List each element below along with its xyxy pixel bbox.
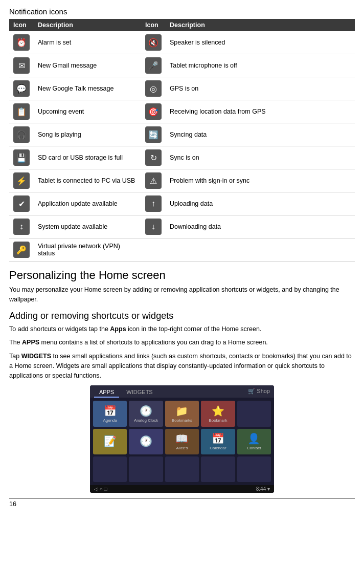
- personalizing-heading: Personalizing the Home screen: [9, 269, 355, 282]
- screenshot-container: APPS WIDGETS 🛒 Shop 📅Agenda🕐Analog Clock…: [9, 385, 355, 493]
- icon1-cell: 🎧: [9, 123, 34, 146]
- app-tile: [93, 456, 127, 482]
- screenshot-body: 📅Agenda🕐Analog Clock📁Bookmarks⭐Bookmark📝…: [90, 398, 274, 485]
- desc1-cell: System update available: [34, 215, 141, 238]
- icon2-cell: ↻: [141, 146, 166, 169]
- icon2-cell: ⚠: [141, 169, 166, 192]
- desc1-cell: New Google Talk message: [34, 77, 141, 100]
- table-row: 🎧Song is playing🔄Syncing data: [9, 123, 355, 146]
- desc2-cell: Sync is on: [166, 146, 355, 169]
- icon2-cell: 🎤: [141, 54, 166, 77]
- page-number: 16: [9, 498, 355, 508]
- table-row: 📋Upcoming event🎯Receiving location data …: [9, 100, 355, 123]
- icon1-cell: ⏰: [9, 31, 34, 54]
- section-heading: Notification icons: [9, 7, 355, 16]
- footer-nav: ◁ ○ □: [94, 486, 107, 492]
- para3: Tap WIDGETS to see small applications an…: [9, 352, 355, 380]
- icon2-cell: 🔇: [141, 31, 166, 54]
- para2: The APPS menu contains a list of shortcu…: [9, 338, 355, 347]
- table-row: 💬New Google Talk message◎GPS is on: [9, 77, 355, 100]
- apps-bold: Apps: [110, 325, 126, 333]
- screenshot-tabs: APPS WIDGETS 🛒 Shop: [90, 385, 274, 398]
- icon1-cell: ✉: [9, 54, 34, 77]
- desc2-cell: Speaker is silenced: [166, 31, 355, 54]
- app-tile: 👤Contact: [237, 429, 271, 454]
- icon2-cell: 🎯: [141, 100, 166, 123]
- icon1-cell: ⚡: [9, 169, 34, 192]
- app-tile: 📖Alice's: [165, 429, 199, 454]
- table-row: ✔Application update available↑Uploading …: [9, 192, 355, 215]
- table-row: ⚡Tablet is connected to PC via USB⚠Probl…: [9, 169, 355, 192]
- app-tile: [237, 401, 271, 426]
- table-row: 🔑Virtual private network (VPN) status: [9, 238, 355, 262]
- desc2-cell: Problem with sign-in or sync: [166, 169, 355, 192]
- app-tile: 📝: [93, 429, 127, 454]
- screenshot-footer: ◁ ○ □ 8:44 ▾: [90, 485, 274, 493]
- app-tile: 📁Bookmarks: [165, 401, 199, 426]
- table-row: ↕System update available↓Downloading dat…: [9, 215, 355, 238]
- personalizing-body: You may personalize your Home screen by …: [9, 285, 355, 304]
- para1: To add shortcuts or widgets tap the Apps…: [9, 324, 355, 334]
- app-tile: [165, 456, 199, 482]
- app-tile: [201, 456, 235, 482]
- col-desc1: Description: [34, 19, 141, 31]
- icon1-cell: 💾: [9, 146, 34, 169]
- app-tile: ⭐Bookmark: [201, 401, 235, 426]
- table-row: ⏰Alarm is set🔇Speaker is silenced: [9, 31, 355, 54]
- tab-widgets: WIDGETS: [121, 387, 157, 398]
- app-tile: 📅Calendar: [201, 429, 235, 454]
- col-icon2: Icon: [141, 19, 166, 31]
- icon2-cell: [141, 238, 166, 262]
- icon2-cell: ↓: [141, 215, 166, 238]
- table-row: ✉New Gmail message🎤Tablet microphone is …: [9, 54, 355, 77]
- col-icon1: Icon: [9, 19, 34, 31]
- desc1-cell: SD card or USB storage is full: [34, 146, 141, 169]
- desc1-cell: Upcoming event: [34, 100, 141, 123]
- app-tile: 🕐: [129, 429, 163, 454]
- desc2-cell: Syncing data: [166, 123, 355, 146]
- desc1-cell: Application update available: [34, 192, 141, 215]
- notification-icons-table: Icon Description Icon Description ⏰Alarm…: [9, 19, 355, 262]
- desc1-cell: Tablet is connected to PC via USB: [34, 169, 141, 192]
- desc1-cell: Alarm is set: [34, 31, 141, 54]
- desc1-cell: Virtual private network (VPN) status: [34, 238, 141, 262]
- desc2-cell: Tablet microphone is off: [166, 54, 355, 77]
- desc1-cell: New Gmail message: [34, 54, 141, 77]
- apps-bold2: APPS: [22, 339, 39, 346]
- screenshot-mock: APPS WIDGETS 🛒 Shop 📅Agenda🕐Analog Clock…: [90, 385, 274, 493]
- app-tile: 📅Agenda: [93, 401, 127, 426]
- app-tile: 🕐Analog Clock: [129, 401, 163, 426]
- icon2-cell: ↑: [141, 192, 166, 215]
- icon2-cell: ◎: [141, 77, 166, 100]
- app-tile: [237, 456, 271, 482]
- desc2-cell: GPS is on: [166, 77, 355, 100]
- widgets-bold: WIDGETS: [21, 353, 51, 360]
- adding-removing-heading: Adding or removing shortcuts or widgets: [9, 311, 355, 321]
- app-tile: [129, 456, 163, 482]
- col-desc2: Description: [166, 19, 355, 31]
- icon1-cell: 💬: [9, 77, 34, 100]
- icon1-cell: 📋: [9, 100, 34, 123]
- tab-apps: APPS: [94, 387, 119, 398]
- table-row: 💾SD card or USB storage is full↻Sync is …: [9, 146, 355, 169]
- desc2-cell: [166, 238, 355, 262]
- desc2-cell: Downloading data: [166, 215, 355, 238]
- icon2-cell: 🔄: [141, 123, 166, 146]
- shop-label: 🛒 Shop: [248, 388, 270, 395]
- desc1-cell: Song is playing: [34, 123, 141, 146]
- icon1-cell: ↕: [9, 215, 34, 238]
- icon1-cell: ✔: [9, 192, 34, 215]
- icon1-cell: 🔑: [9, 238, 34, 262]
- desc2-cell: Uploading data: [166, 192, 355, 215]
- desc2-cell: Receiving location data from GPS: [166, 100, 355, 123]
- footer-time: 8:44 ▾: [256, 486, 270, 492]
